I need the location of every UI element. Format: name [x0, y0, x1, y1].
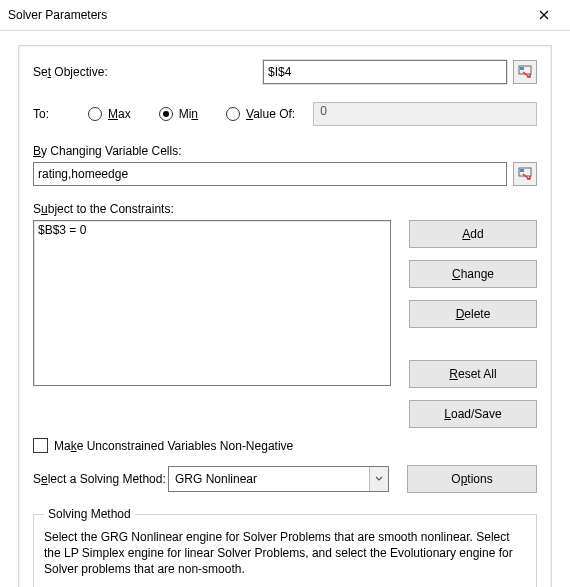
method-description-legend: Solving Method — [44, 507, 135, 521]
radio-valueof[interactable]: Value Of: — [226, 107, 295, 121]
solving-method-value: GRG Nonlinear — [175, 472, 257, 486]
main-panel: Set Objective: To: Max Min — [18, 45, 552, 587]
checkbox-icon — [33, 438, 48, 453]
resetall-button[interactable]: Reset All — [409, 360, 537, 388]
window-title: Solver Parameters — [8, 8, 107, 22]
collapse-dialog-icon — [518, 65, 532, 79]
constraint-item[interactable]: $B$3 = 0 — [38, 223, 386, 237]
collapse-dialog-icon — [518, 167, 532, 181]
svg-rect-3 — [520, 169, 524, 172]
svg-rect-1 — [520, 67, 524, 70]
radio-min-label: Min — [179, 107, 198, 121]
radio-valueof-label: Value Of: — [246, 107, 295, 121]
set-objective-input[interactable] — [263, 60, 507, 84]
delete-button[interactable]: Delete — [409, 300, 537, 328]
range-picker-bychanging-button[interactable] — [513, 162, 537, 186]
method-description-group: Solving Method Select the GRG Nonlinear … — [33, 507, 537, 587]
options-button[interactable]: Options — [407, 465, 537, 493]
titlebar: Solver Parameters — [0, 0, 570, 31]
to-label: To: — [33, 107, 88, 121]
constraints-listbox[interactable]: $B$3 = 0 — [33, 220, 391, 386]
solving-method-label: Select a Solving Method: — [33, 472, 168, 486]
radio-min[interactable]: Min — [159, 107, 198, 121]
set-objective-label: Set Objective: — [33, 65, 263, 79]
valueof-input: 0 — [313, 102, 537, 126]
bychanging-input[interactable] — [33, 162, 507, 186]
close-icon[interactable] — [524, 0, 564, 30]
loadsave-button[interactable]: Load/Save — [409, 400, 537, 428]
range-picker-objective-button[interactable] — [513, 60, 537, 84]
chevron-down-icon — [369, 467, 388, 491]
radio-button-icon — [226, 107, 240, 121]
add-button[interactable]: Add — [409, 220, 537, 248]
radio-button-icon — [88, 107, 102, 121]
bychanging-label: By Changing Variable Cells: — [33, 144, 537, 158]
radio-max[interactable]: Max — [88, 107, 131, 121]
solving-method-select[interactable]: GRG Nonlinear — [168, 466, 389, 492]
radio-button-icon — [159, 107, 173, 121]
make-unconstrained-checkbox[interactable]: Make Unconstrained Variables Non-Negativ… — [33, 438, 537, 453]
radio-max-label: Max — [108, 107, 131, 121]
constraints-label: Subject to the Constraints: — [33, 202, 537, 216]
method-description-text: Select the GRG Nonlinear engine for Solv… — [44, 529, 526, 578]
change-button[interactable]: Change — [409, 260, 537, 288]
make-unconstrained-label: Make Unconstrained Variables Non-Negativ… — [54, 439, 293, 453]
